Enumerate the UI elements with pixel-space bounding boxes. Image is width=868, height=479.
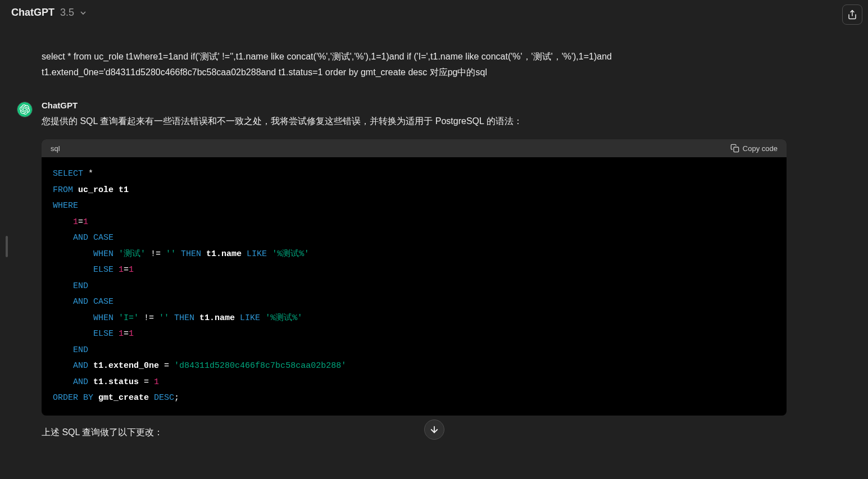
model-version[interactable]: 3.5 <box>60 7 74 19</box>
copy-code-label: Copy code <box>743 144 778 153</box>
code-language-label: sql <box>51 144 60 153</box>
assistant-message: ChatGPT 您提供的 SQL 查询看起来有一些语法错误和不一致之处，我将尝试… <box>17 94 787 452</box>
openai-logo-icon <box>20 104 30 115</box>
copy-code-button[interactable]: Copy code <box>730 144 778 153</box>
assistant-trailing-text: 上述 SQL 查询做了以下更改： <box>42 427 787 439</box>
code-content[interactable]: SELECT * FROM uc_role t1 WHERE 1=1 AND C… <box>42 157 787 416</box>
user-message: select * from uc_role t1where1=1and if('… <box>17 25 787 94</box>
clipboard-icon <box>730 144 739 153</box>
assistant-intro-text: 您提供的 SQL 查询看起来有一些语法错误和不一致之处，我将尝试修复这些错误，并… <box>42 113 787 129</box>
side-indicator <box>6 236 8 257</box>
assistant-avatar <box>17 102 33 117</box>
share-icon <box>847 10 857 20</box>
conversation: select * from uc_role t1where1=1and if('… <box>0 25 798 452</box>
app-title[interactable]: ChatGPT <box>11 7 54 19</box>
code-block: sql Copy code SELECT * FROM uc_role t1 W… <box>42 139 787 416</box>
user-message-text: select * from uc_role t1where1=1and if('… <box>42 49 787 80</box>
share-button[interactable] <box>842 4 862 25</box>
scroll-to-bottom-button[interactable] <box>424 419 444 440</box>
chevron-down-icon[interactable] <box>79 8 88 17</box>
arrow-down-icon <box>429 425 439 435</box>
code-header: sql Copy code <box>42 139 787 157</box>
assistant-name: ChatGPT <box>42 101 787 110</box>
header: ChatGPT 3.5 <box>0 0 868 25</box>
svg-rect-1 <box>734 147 739 152</box>
